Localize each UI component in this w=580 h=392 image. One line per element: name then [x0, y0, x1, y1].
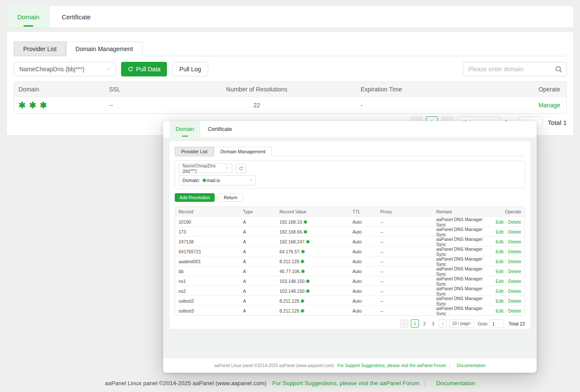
record-name: 10190 [175, 219, 243, 225]
delete-link[interactable]: Delete [508, 259, 521, 264]
tab-domain[interactable]: Domain [7, 6, 50, 27]
edit-link[interactable]: Edit [496, 249, 504, 254]
header-proxy: Proxy [380, 209, 436, 214]
delete-link[interactable]: Delete [508, 229, 521, 234]
record-name: ssltest3 [175, 308, 243, 313]
domain-select-label: Domain: [182, 178, 200, 183]
record-ttl: Auto [352, 298, 380, 304]
documentation-link[interactable]: Documentation [436, 380, 475, 386]
forum-link[interactable]: For Support Suggestions, please visit th… [272, 380, 419, 386]
edit-link[interactable]: Edit [496, 239, 504, 244]
edit-link[interactable]: Edit [496, 219, 504, 225]
expiration-value: - [317, 102, 506, 109]
documentation-link[interactable]: Documentation [457, 363, 486, 368]
chevron-down-icon [249, 178, 252, 181]
record-value: 103.148.150.✱ [279, 279, 352, 284]
record-type: A [243, 249, 279, 254]
tab-domain-management[interactable]: Domain Management [66, 42, 143, 56]
modal-tab-domain-management[interactable]: Domain Management [214, 147, 272, 156]
link-divider [506, 270, 506, 274]
record-value: 192.168.10.✱ [279, 219, 352, 225]
header-resolutions: Number of Resolutions [197, 86, 317, 93]
record-row: 641765721 A 64.176.57.✱ Auto -- aaPanel … [175, 246, 525, 256]
provider-select[interactable]: NameCheapDns (bbj***) [14, 62, 116, 76]
domains-table: Domain SSL Number of Resolutions Expirat… [14, 82, 567, 114]
edit-link[interactable]: Edit [496, 308, 504, 313]
manage-link[interactable]: Manage [538, 102, 560, 109]
record-ttl: Auto [352, 269, 380, 274]
modal-domain-select[interactable]: Domain:✱mail.io [179, 175, 256, 185]
pull-data-button[interactable]: Pull Data [121, 62, 167, 76]
edit-link[interactable]: Edit [496, 298, 504, 304]
forum-link[interactable]: For Support Suggestions, please visit th… [337, 363, 446, 368]
search-icon[interactable] [555, 66, 562, 75]
link-divider [506, 300, 506, 304]
delete-link[interactable]: Delete [508, 279, 521, 284]
records-table-header: Record Type Record Value TTL Proxy Remar… [175, 207, 525, 216]
record-proxy: -- [380, 298, 436, 304]
record-remark: aaPanel DNS Manager Sync [436, 246, 489, 257]
page-footer: aaPanel Linux panel ©2014-2025 aaPanel (… [0, 380, 580, 386]
record-ttl: Auto [352, 229, 380, 234]
masked-octet: ✱ [301, 269, 305, 274]
delete-link[interactable]: Delete [508, 269, 521, 274]
link-divider [506, 310, 506, 313]
resolutions-count: 22 [197, 102, 317, 109]
header-operate: Operate [489, 209, 525, 214]
records-table-body: 10190 A 192.168.10.✱ Auto -- aaPanel DNS… [175, 216, 525, 315]
record-name: 247138 [175, 239, 243, 244]
goto-page-input[interactable] [489, 319, 504, 328]
masked-subdomain: ✱ [202, 178, 206, 183]
record-proxy: -- [380, 249, 436, 254]
record-type: A [243, 269, 279, 274]
header-expiration: Expiration Time [317, 86, 506, 93]
modal-tab-domain[interactable]: Domain [170, 121, 200, 137]
modal-sub-tab-bar: Provider List Domain Management [175, 147, 525, 156]
domains-table-header: Domain SSL Number of Resolutions Expirat… [14, 82, 566, 97]
edit-link[interactable]: Edit [496, 259, 504, 264]
edit-link[interactable]: Edit [496, 289, 504, 294]
header-ssl: SSL [106, 86, 197, 93]
modal-domain-select-value: Domain:✱mail.io [182, 178, 220, 183]
page-1-button[interactable]: 1 [411, 319, 419, 328]
page-2-button[interactable]: 2 [422, 321, 428, 326]
goto-label: Goto [478, 321, 488, 326]
record-row: 10190 A 192.168.10.✱ Auto -- aaPanel DNS… [175, 216, 525, 226]
domain-search-input[interactable] [463, 63, 566, 76]
modal-tab-provider-list[interactable]: Provider List [175, 147, 214, 156]
refresh-button[interactable] [236, 164, 246, 173]
modal-provider-select[interactable]: NameCheapDns (bbj***) [179, 164, 232, 173]
delete-link[interactable]: Delete [508, 298, 521, 304]
record-row: ssltest3 A 8.211.129.✱ Auto -- aaPanel D… [175, 305, 525, 315]
edit-link[interactable]: Edit [496, 269, 504, 274]
record-value: 64.176.57.✱ [279, 249, 352, 255]
modal-tab-certificate-label: Certificate [208, 126, 232, 132]
next-page-button[interactable]: › [439, 319, 447, 328]
record-proxy: -- [380, 308, 436, 313]
edit-link[interactable]: Edit [496, 229, 504, 234]
record-remark: aaPanel DNS Manager Sync [436, 306, 489, 316]
masked-domain: ✱✱✱ [18, 100, 50, 110]
add-resolution-button[interactable]: Add Resolution [175, 193, 215, 202]
edit-link[interactable]: Edit [496, 279, 504, 284]
modal-tab-domain-label: Domain [176, 126, 194, 132]
pull-data-label: Pull Data [136, 66, 161, 73]
tab-certificate[interactable]: Certificate [50, 6, 103, 27]
record-row: ssltest2 A 8.211.129.✱ Auto -- aaPanel D… [175, 295, 525, 305]
record-remark: aaPanel DNS Manager Sync [436, 237, 489, 247]
page-3-button[interactable]: 3 [430, 321, 436, 326]
pull-log-button[interactable]: Pull Log [172, 62, 209, 76]
prev-page-button[interactable]: ‹ [400, 319, 408, 328]
delete-link[interactable]: Delete [508, 219, 521, 225]
tab-provider-list[interactable]: Provider List [14, 42, 66, 56]
delete-link[interactable]: Delete [508, 249, 521, 254]
header-remark: Remark [436, 209, 489, 214]
delete-link[interactable]: Delete [508, 239, 521, 244]
return-button[interactable]: Return [218, 193, 243, 202]
page-size-select[interactable]: 10 / page [449, 319, 474, 328]
modal-tab-certificate[interactable]: Certificate [200, 121, 240, 137]
record-type: A [243, 308, 279, 313]
record-type: A [243, 229, 279, 234]
delete-link[interactable]: Delete [508, 308, 521, 313]
delete-link[interactable]: Delete [508, 289, 521, 294]
